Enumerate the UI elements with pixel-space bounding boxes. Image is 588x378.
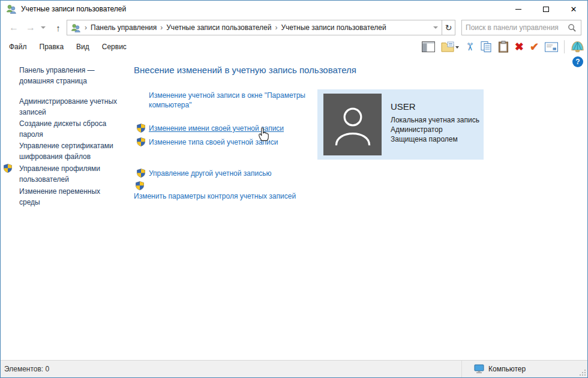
uac-shield-icon [137, 124, 145, 133]
maximize-icon [543, 7, 549, 12]
cut-button[interactable]: ✂ [465, 40, 474, 54]
sidebar-item-home[interactable]: Панель управления — домашняя страница [1, 65, 134, 86]
layout-panel-button[interactable] [422, 40, 435, 54]
link-change-account-name[interactable]: Изменение имени своей учетной записи [149, 124, 284, 133]
menu-view[interactable]: Вид [76, 43, 89, 51]
maximize-button[interactable] [532, 1, 560, 17]
chevron-down-icon [433, 26, 438, 29]
layout-panel-icon [422, 41, 435, 52]
check-button[interactable]: ✔ [530, 40, 539, 54]
status-bar: Элементов: 0 Компьютер [1, 360, 587, 377]
users-icon [71, 23, 81, 32]
close-button[interactable]: ✕ [560, 1, 587, 17]
refresh-icon: ↻ [445, 23, 452, 32]
sidebar-item-admin-accounts[interactable]: Администрирование учетных записей [1, 96, 134, 118]
breadcrumb: › Панель управления › Учетные записи пол… [67, 20, 430, 35]
search-box [461, 20, 581, 35]
help-button[interactable]: ? [572, 56, 583, 67]
person-icon [329, 98, 376, 151]
shell-icon [571, 41, 584, 53]
computer-icon [474, 364, 484, 374]
up-button[interactable]: ↑ [51, 17, 65, 38]
window-controls: ✕ [505, 1, 587, 17]
paste-button[interactable] [498, 40, 509, 54]
address-bar-row: ← → ↑ › Панель управления › Учетные запи… [1, 17, 587, 38]
uac-shield-icon [137, 169, 145, 178]
user-password-status: Защищена паролем [391, 135, 458, 143]
sidebar-item-file-encryption-certs[interactable]: Управление сертификатами шифрования файл… [1, 140, 134, 162]
check-icon: ✔ [530, 41, 539, 52]
menu-edit[interactable]: Правка [40, 43, 64, 51]
sidebar-item-password-reset-disk[interactable]: Создание дискеты сброса пароля [1, 118, 134, 140]
breadcrumb-separator: › [275, 23, 277, 32]
breadcrumb-control-panel[interactable]: Панель управления [91, 23, 157, 32]
link-change-uac-settings[interactable]: Изменить параметры контроля учетных запи… [134, 191, 296, 201]
recent-pages-dropdown[interactable] [39, 17, 47, 38]
uac-shield-icon [137, 137, 145, 146]
search-input[interactable] [462, 23, 568, 32]
back-button[interactable]: ← [7, 17, 21, 38]
breadcrumb-user-accounts[interactable]: Учетные записи пользователей [166, 23, 271, 32]
properties-button[interactable] [545, 40, 558, 54]
toolbar-separator [564, 40, 565, 53]
user-accounts-window: Учетные записи пользователей ✕ ← → ↑ › П… [0, 0, 588, 378]
uac-shield-icon [136, 181, 144, 190]
sidebar-item-user-profiles[interactable]: Управление профилями пользователей [1, 163, 134, 185]
user-account-card: USER Локальная учетная запись Администра… [317, 89, 484, 160]
minimize-icon [515, 9, 521, 10]
delete-button[interactable]: ✖ [515, 40, 524, 54]
link-change-account-in-pc-settings[interactable]: Изменение учетной записи в окне "Парамет… [149, 91, 312, 110]
toolbar: ✂ ✖ ✔ [422, 38, 584, 56]
window-title: Учетные записи пользователей [21, 5, 126, 13]
resize-grip[interactable] [579, 369, 586, 376]
menu-service[interactable]: Сервис [102, 43, 127, 51]
user-name: USER [391, 101, 416, 112]
items-count: Элементов: 0 [4, 361, 49, 377]
help-icon: ? [575, 58, 580, 66]
paste-icon [498, 41, 509, 53]
menu-file[interactable]: Файл [9, 43, 27, 51]
breadcrumb-separator: › [160, 23, 163, 32]
delete-icon: ✖ [515, 41, 524, 52]
link-manage-another-account[interactable]: Управление другой учетной записью [149, 169, 271, 178]
sidebar-item-environment-variables[interactable]: Изменение переменных среды [1, 186, 134, 208]
avatar [323, 94, 382, 155]
forward-icon: → [26, 22, 35, 33]
breadcrumb-user-accounts-2[interactable]: Учетные записи пользователей [281, 23, 386, 32]
sidebar: Панель управления — домашняя страница Ад… [1, 56, 134, 360]
status-device-label: Компьютер [488, 365, 526, 373]
users-icon [6, 4, 17, 14]
search-icon[interactable] [568, 23, 577, 32]
title-bar: Учетные записи пользователей ✕ [1, 1, 587, 17]
folder-options-button[interactable] [441, 40, 459, 54]
cut-icon: ✂ [464, 42, 475, 51]
address-box[interactable]: › Панель управления › Учетные записи пол… [67, 20, 455, 35]
refresh-button[interactable]: ↻ [442, 20, 455, 35]
link-change-account-type[interactable]: Изменение типа своей учетной записи [149, 137, 278, 147]
status-device: Компьютер [461, 361, 587, 377]
close-icon: ✕ [571, 5, 577, 13]
user-role: Администратор [391, 125, 443, 134]
shell-button[interactable] [571, 40, 584, 54]
address-dropdown-button[interactable] [430, 20, 442, 35]
breadcrumb-separator: › [85, 23, 87, 32]
page-title: Внесение изменений в учетную запись поль… [134, 65, 356, 75]
properties-card-icon [545, 42, 558, 52]
forward-button[interactable]: → [23, 17, 38, 38]
user-account-kind: Локальная учетная запись [391, 116, 479, 124]
minimize-button[interactable] [505, 1, 532, 17]
copy-button[interactable] [480, 40, 492, 54]
chevron-down-icon [41, 26, 46, 29]
back-icon: ← [9, 22, 19, 33]
up-icon: ↑ [56, 23, 61, 33]
folder-icon [441, 41, 459, 53]
copy-icon [480, 41, 492, 53]
